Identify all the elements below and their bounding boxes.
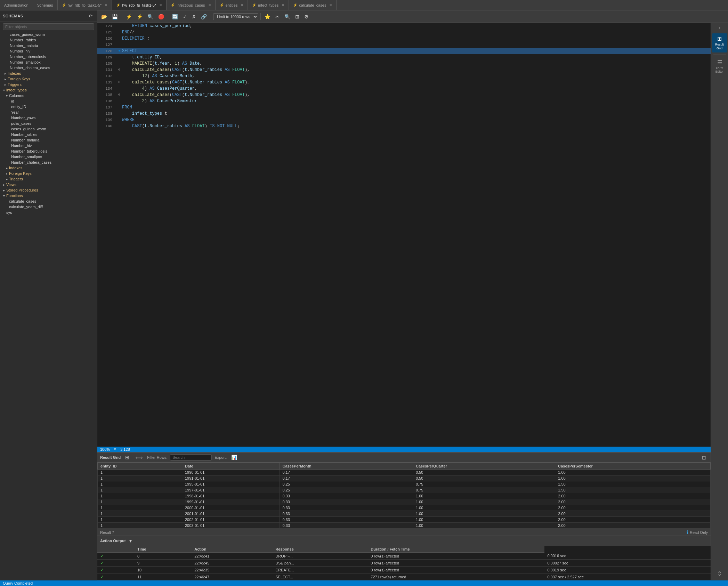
stop-btn[interactable]: 🛑 <box>156 13 166 21</box>
expand-left-btn[interactable]: › <box>718 24 722 32</box>
tree-item[interactable]: Number_malaria <box>0 43 97 48</box>
action-row[interactable]: ✓1122:46:47SELECT...7271 row(s) returned… <box>97 573 711 580</box>
limit-dropdown[interactable]: Limit to 10000 rows <box>213 13 258 20</box>
table-row[interactable]: 12000-01-010.331.002.00 <box>98 505 711 511</box>
tree-item[interactable]: ▾Columns <box>0 93 97 98</box>
code-line[interactable]: 137FROM <box>97 104 711 111</box>
result-column-header[interactable]: Date <box>182 463 280 470</box>
tab-close-btn[interactable]: ✕ <box>105 3 107 7</box>
open-file-btn[interactable]: 📂 <box>99 13 109 21</box>
tree-item[interactable]: sys <box>0 210 97 215</box>
action-output-scroll[interactable]: TimeActionResponseDuration / Fetch Time✓… <box>97 546 711 580</box>
grid-view-btn[interactable]: ⊞ <box>123 454 131 461</box>
form-editor-panel-btn[interactable]: ☰ Form Editor <box>712 57 727 76</box>
tree-item[interactable]: ▸Triggers <box>0 176 97 182</box>
commit-btn[interactable]: ✓ <box>181 13 189 21</box>
result-column-header[interactable]: CasesPerSemester <box>555 463 711 470</box>
tree-item[interactable]: ▸Indexes <box>0 71 97 76</box>
table-row[interactable]: 12002-01-010.331.002.00 <box>98 517 711 523</box>
search-btn[interactable]: 🔍 <box>283 13 292 21</box>
code-line[interactable]: 132 12) AS CasesPerMonth, <box>97 73 711 79</box>
table-row[interactable]: 12001-01-010.331.002.00 <box>98 511 711 517</box>
tree-item[interactable]: Number_hiv <box>0 143 97 148</box>
code-line[interactable]: 127 <box>97 42 711 48</box>
code-line[interactable]: 138 infect_types t <box>97 111 711 117</box>
tab-administration[interactable]: Administration <box>0 0 33 10</box>
action-output-toggle[interactable]: ▾ <box>128 537 134 545</box>
tree-item[interactable]: calculate_years_diff <box>0 204 97 210</box>
refresh-btn[interactable]: 🔄 <box>170 13 180 21</box>
tree-item[interactable]: entity_ID <box>0 104 97 109</box>
table-row[interactable]: 11997-01-010.250.751.50 <box>98 487 711 493</box>
code-line[interactable]: 135⊖ calculate_cases(CAST(t.Number_rabie… <box>97 92 711 98</box>
tree-item[interactable]: cases_guinea_worm <box>0 126 97 132</box>
code-line[interactable]: 129 t.entity_ID, <box>97 54 711 60</box>
result-column-header[interactable]: entity_ID <box>98 463 182 470</box>
table-row[interactable]: 12003-01-010.331.002.00 <box>98 523 711 529</box>
tree-item[interactable]: polio_cases <box>0 121 97 126</box>
tab-schemas[interactable]: Schemas <box>33 0 58 10</box>
code-line[interactable]: 131⊖ calculate_cases(CAST(t.Number_rabie… <box>97 67 711 73</box>
execute-selection-btn[interactable]: ⚡ <box>135 13 144 21</box>
table-row[interactable]: 11998-01-010.331.002.00 <box>98 493 711 499</box>
tab-infect-types[interactable]: ⚡ infect_types ✕ <box>248 0 289 10</box>
tree-item[interactable]: Year <box>0 109 97 115</box>
code-line[interactable]: 124 RETURN cases_per_period; <box>97 23 711 29</box>
tree-item[interactable]: ▸Views <box>0 182 97 187</box>
tab-close-btn[interactable]: ✕ <box>208 3 211 7</box>
tab-entities[interactable]: ⚡ entities ✕ <box>216 0 248 10</box>
tree-item[interactable]: Number_smallpox <box>0 154 97 160</box>
result-grid-container[interactable]: entity_IDDateCasesPerMonthCasesPerQuarte… <box>97 463 711 529</box>
code-line[interactable]: 125END// <box>97 29 711 35</box>
tab-calculate-cases[interactable]: ⚡ calculate_cases ✕ <box>289 0 337 10</box>
connect-btn[interactable]: 🔗 <box>199 13 209 21</box>
result-search-input[interactable] <box>170 454 212 461</box>
tree-item[interactable]: ▸Foreign Keys <box>0 171 97 176</box>
sidebar-toggle-btn[interactable]: ⟳ <box>87 13 94 19</box>
sidebar-filter-input[interactable] <box>3 23 94 30</box>
action-row[interactable]: ✓822:45:41DROP F...0 row(s) affected0.00… <box>97 553 711 560</box>
tree-item[interactable]: Number_tuberculosis <box>0 148 97 154</box>
toggle-panel-btn[interactable]: ◻ <box>700 454 708 461</box>
code-line[interactable]: 134 4) AS CasesPerQuarter, <box>97 86 711 92</box>
zoom-icon[interactable]: ▾ <box>114 447 116 451</box>
snip-btn[interactable]: ✂ <box>274 13 281 21</box>
export-btn[interactable]: 📊 <box>229 454 239 461</box>
tab-infectious-cases[interactable]: ⚡ infectious_cases ✕ <box>167 0 215 10</box>
code-line[interactable]: 126DELIMITER ; <box>97 35 711 42</box>
tree-item[interactable]: cases_guinea_worm <box>0 32 97 37</box>
table-row[interactable]: 11990-01-010.170.501.00 <box>98 470 711 475</box>
code-line[interactable]: 136 2) AS CasesPerSemester <box>97 98 711 104</box>
tree-item[interactable]: Number_cholera_cases <box>0 160 97 165</box>
tree-item[interactable]: Number_malaria <box>0 137 97 143</box>
tab-close-btn[interactable]: ✕ <box>329 3 332 7</box>
tree-item[interactable]: ▸Stored Procedures <box>0 187 97 193</box>
tree-item[interactable]: ▸Indexes <box>0 165 97 171</box>
bookmark-btn[interactable]: ⭐ <box>263 13 272 21</box>
expand-panel-btn[interactable]: ⇕ <box>712 568 727 579</box>
tree-item[interactable]: Number_tuberculosis <box>0 54 97 59</box>
tree-item[interactable]: Number_cholera_cases <box>0 65 97 71</box>
wrap-btn[interactable]: ⟺ <box>134 454 144 461</box>
tree-item[interactable]: Number_rabies <box>0 132 97 137</box>
tab-hw2[interactable]: ⚡ hw_rdb_fp_task1-5* ✕ <box>112 0 167 10</box>
tree-item[interactable]: Number_hiv <box>0 48 97 54</box>
save-btn[interactable]: 💾 <box>110 13 120 21</box>
result-grid-panel-btn[interactable]: ⊞ Result Grid <box>712 33 727 52</box>
format-btn[interactable]: ⊞ <box>293 13 301 21</box>
code-line[interactable]: 128●SELECT <box>97 48 711 54</box>
tree-item[interactable]: ▾Functions <box>0 193 97 198</box>
tree-item[interactable]: ▸Foreign Keys <box>0 76 97 82</box>
tab-close-btn[interactable]: ✕ <box>282 3 284 7</box>
tab-hw1[interactable]: ⚡ hw_rdb_fp_task1-5* ✕ <box>58 0 112 10</box>
table-row[interactable]: 11995-01-010.250.751.50 <box>98 481 711 487</box>
tab-close-btn[interactable]: ✕ <box>241 3 243 7</box>
tree-item[interactable]: Number_smallpox <box>0 59 97 65</box>
tree-item[interactable]: ▾infect_types <box>0 87 97 93</box>
table-row[interactable]: 11991-01-010.170.501.00 <box>98 475 711 481</box>
rollback-btn[interactable]: ✗ <box>190 13 198 21</box>
code-editor[interactable]: 124 RETURN cases_per_period;125END//126D… <box>97 23 711 447</box>
table-row[interactable]: 11999-01-010.331.002.00 <box>98 499 711 505</box>
tree-item[interactable]: Number_yaws <box>0 115 97 121</box>
result-column-header[interactable]: CasesPerMonth <box>280 463 413 470</box>
